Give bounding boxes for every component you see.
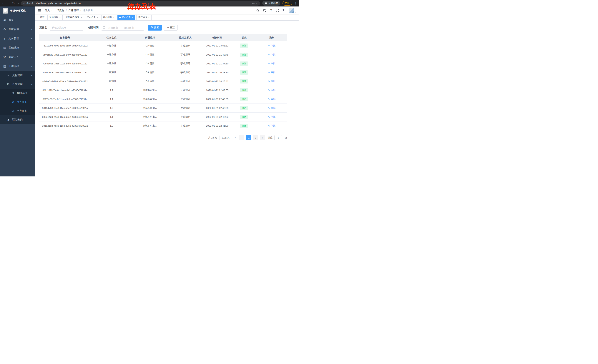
breadcrumb-item[interactable]: 首页 bbox=[45, 9, 50, 12]
approve-link[interactable]: ✎审批 bbox=[268, 44, 275, 47]
task-id-cell: 8f059c03-7ac8-11ec-a9e2-a2380e71991a bbox=[39, 95, 91, 104]
sidebar-item-dev-tools[interactable]: ⚒研发工具▾ bbox=[0, 52, 35, 62]
process-cell: 测试多审批人 bbox=[132, 104, 168, 112]
process-name-input[interactable] bbox=[50, 25, 83, 31]
sidebar-item-todo-tasks[interactable]: ◎待办任务 bbox=[0, 97, 35, 106]
status-cell: 激活 bbox=[232, 86, 256, 95]
goto-suffix: 页 bbox=[285, 136, 287, 139]
tab-done-tasks[interactable]: 已办任务× bbox=[85, 15, 100, 20]
workflow-icon: ▤ bbox=[3, 65, 6, 68]
approve-link[interactable]: ✎审批 bbox=[268, 89, 275, 92]
sidebar-item-home[interactable]: ◉首页 bbox=[0, 15, 35, 25]
sidebar-item-system-management[interactable]: ⚙系统管理▾ bbox=[0, 25, 35, 34]
sidebar-item-my-process[interactable]: ⊞我的流程 bbox=[0, 89, 35, 97]
process-management-icon: ≡ bbox=[7, 74, 10, 77]
created-time-cell: 2022-01-22 21:37:30 bbox=[203, 59, 232, 68]
tags-view-bar: 首页发起流程×流程表单-编辑×已办任务×我的流程×待办任务×流程详情× bbox=[35, 14, 299, 21]
end-date-input[interactable] bbox=[122, 26, 136, 29]
sidebar-item-leave-query[interactable]: ☻请假查询 bbox=[0, 115, 35, 124]
edit-icon: ✎ bbox=[268, 53, 270, 56]
breadcrumb-item[interactable]: 任务管理 bbox=[68, 9, 79, 12]
initiator-cell: 芋道源码 bbox=[168, 68, 203, 77]
page-button-1[interactable]: 1 bbox=[246, 135, 251, 140]
sidebar-item-done-tasks[interactable]: ☑已办任务 bbox=[0, 106, 35, 115]
update-button[interactable]: 更新 bbox=[282, 1, 292, 6]
edit-icon: ✎ bbox=[268, 62, 270, 65]
sidebar-item-infrastructure[interactable]: ▦基础设施▾ bbox=[0, 43, 35, 52]
action-cell: ✎审批 bbox=[256, 112, 287, 121]
reload-button[interactable]: ↻ bbox=[12, 2, 15, 5]
user-avatar[interactable]: ▾ bbox=[289, 8, 296, 13]
sidebar-item-label: 系统管理 bbox=[8, 28, 29, 31]
tab-close-icon[interactable]: × bbox=[132, 16, 133, 18]
address-bar[interactable]: ⚠ 不安全 dashboard.yudao.iocoder.cn/bpm/tas… bbox=[21, 1, 260, 6]
approve-link[interactable]: ✎审批 bbox=[268, 115, 275, 119]
sidebar-item-label: 支付管理 bbox=[8, 37, 29, 40]
forward-button[interactable]: → bbox=[7, 2, 10, 5]
tab-process-detail[interactable]: 流程详情× bbox=[136, 15, 151, 20]
tab-todo-tasks[interactable]: 待办任务× bbox=[117, 15, 135, 20]
key-icon[interactable] bbox=[252, 2, 255, 5]
tab-close-icon[interactable]: × bbox=[59, 16, 61, 18]
font-size-icon[interactable]: TT bbox=[282, 8, 286, 12]
start-date-input[interactable] bbox=[106, 26, 120, 29]
sidebar-item-task-management[interactable]: ⊟任务管理▴ bbox=[0, 80, 35, 89]
approve-link-label: 审批 bbox=[271, 53, 275, 56]
tab-close-icon[interactable]: × bbox=[81, 16, 82, 18]
breadcrumb-item[interactable]: 工作流程 bbox=[54, 9, 64, 12]
approve-link[interactable]: ✎审批 bbox=[268, 106, 275, 110]
sidebar-item-label: 基础设施 bbox=[8, 46, 29, 49]
back-button[interactable]: ← bbox=[2, 2, 5, 5]
home-button[interactable]: ⌂ bbox=[17, 2, 19, 5]
process-cell: OA 请假 bbox=[132, 59, 168, 68]
process-cell: OA 请假 bbox=[132, 41, 168, 50]
tab-start-process[interactable]: 发起流程× bbox=[47, 15, 63, 20]
tab-home[interactable]: 首页 bbox=[38, 15, 46, 20]
page-size-select[interactable]: 10条/页 ▾ bbox=[220, 135, 237, 140]
sidebar-item-workflow[interactable]: ▤工作流程▴ bbox=[0, 62, 35, 71]
tab-process-form-edit[interactable]: 流程表单-编辑× bbox=[64, 15, 84, 20]
next-page-button[interactable]: › bbox=[260, 135, 265, 140]
search-icon[interactable] bbox=[256, 9, 259, 12]
question-icon[interactable]: ? bbox=[270, 8, 272, 12]
reset-button[interactable]: ↻ 重置 bbox=[164, 25, 178, 31]
approve-link[interactable]: ✎审批 bbox=[268, 62, 275, 65]
incognito-label: 无痕模式 bbox=[269, 2, 278, 5]
tab-label: 我的流程 bbox=[103, 16, 112, 19]
star-icon[interactable]: ☆ bbox=[256, 2, 258, 5]
action-cell: ✎审批 bbox=[256, 68, 287, 77]
task-name-cell: 1.1 bbox=[91, 112, 132, 121]
approve-link[interactable]: ✎审批 bbox=[268, 80, 275, 83]
column-header: 任务编号 bbox=[39, 34, 91, 41]
approve-link[interactable]: ✎审批 bbox=[268, 53, 275, 56]
infrastructure-icon: ▦ bbox=[3, 46, 6, 49]
sidebar-collapse-icon[interactable] bbox=[38, 9, 41, 11]
sidebar-item-payment-management[interactable]: ¥支付管理▾ bbox=[0, 34, 35, 43]
approve-link[interactable]: ✎审批 bbox=[268, 71, 275, 74]
table-row: 069c6a63-7b8a-11ec-8ef0-acde48001122一级审批… bbox=[39, 50, 287, 59]
tab-close-icon[interactable]: × bbox=[97, 16, 98, 18]
incognito-icon bbox=[265, 2, 267, 5]
sidebar-item-process-management[interactable]: ≡流程管理▾ bbox=[0, 71, 35, 80]
tab-close-icon[interactable]: × bbox=[113, 16, 115, 18]
prev-page-button[interactable]: ‹ bbox=[239, 135, 244, 140]
tab-label: 待办任务 bbox=[122, 16, 131, 19]
date-range-picker[interactable]: - bbox=[101, 25, 144, 31]
approve-link[interactable]: ✎审批 bbox=[268, 97, 275, 101]
tab-my-process[interactable]: 我的流程× bbox=[101, 15, 116, 20]
status-cell: 激活 bbox=[232, 104, 256, 112]
status-badge: 激活 bbox=[240, 70, 248, 75]
fullscreen-icon[interactable] bbox=[276, 9, 279, 12]
browser-menu-icon[interactable]: ⋮ bbox=[294, 2, 297, 5]
total-count: 共 16 条 bbox=[208, 136, 217, 139]
page-button-2[interactable]: 2 bbox=[253, 135, 258, 140]
github-icon[interactable] bbox=[263, 9, 266, 12]
edit-icon: ✎ bbox=[268, 44, 270, 47]
search-button[interactable]: 搜索 bbox=[148, 25, 162, 31]
task-name-cell: 一级审批 bbox=[91, 41, 132, 50]
status-badge: 激活 bbox=[240, 88, 248, 92]
status-cell: 激活 bbox=[232, 95, 256, 104]
approve-link[interactable]: ✎审批 bbox=[268, 124, 275, 127]
tab-close-icon[interactable]: × bbox=[148, 16, 150, 18]
goto-page-input[interactable] bbox=[274, 135, 282, 140]
